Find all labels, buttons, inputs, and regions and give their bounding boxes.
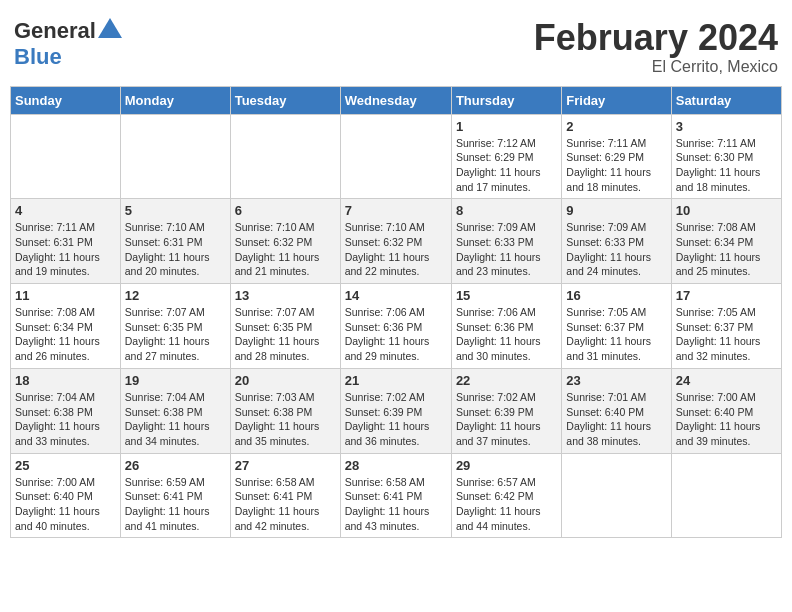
page-header: General Blue February 2024 El Cerrito, M… <box>10 10 782 80</box>
day-info: Sunrise: 7:11 AMSunset: 6:31 PMDaylight:… <box>15 220 116 279</box>
day-number: 19 <box>125 373 226 388</box>
calendar-cell: 5Sunrise: 7:10 AMSunset: 6:31 PMDaylight… <box>120 199 230 284</box>
day-number: 2 <box>566 119 666 134</box>
calendar-cell <box>562 453 671 538</box>
day-number: 22 <box>456 373 557 388</box>
calendar-cell: 2Sunrise: 7:11 AMSunset: 6:29 PMDaylight… <box>562 114 671 199</box>
day-number: 23 <box>566 373 666 388</box>
calendar-cell: 8Sunrise: 7:09 AMSunset: 6:33 PMDaylight… <box>451 199 561 284</box>
calendar-cell <box>11 114 121 199</box>
location-subtitle: El Cerrito, Mexico <box>534 58 778 76</box>
calendar-cell: 3Sunrise: 7:11 AMSunset: 6:30 PMDaylight… <box>671 114 781 199</box>
day-info: Sunrise: 6:58 AMSunset: 6:41 PMDaylight:… <box>345 475 447 534</box>
day-info: Sunrise: 7:06 AMSunset: 6:36 PMDaylight:… <box>456 305 557 364</box>
weekday-header: Monday <box>120 86 230 114</box>
day-info: Sunrise: 6:57 AMSunset: 6:42 PMDaylight:… <box>456 475 557 534</box>
day-number: 8 <box>456 203 557 218</box>
day-info: Sunrise: 7:01 AMSunset: 6:40 PMDaylight:… <box>566 390 666 449</box>
month-year-title: February 2024 <box>534 18 778 58</box>
calendar-cell: 20Sunrise: 7:03 AMSunset: 6:38 PMDayligh… <box>230 368 340 453</box>
logo-text: General Blue <box>14 18 122 70</box>
calendar-cell: 24Sunrise: 7:00 AMSunset: 6:40 PMDayligh… <box>671 368 781 453</box>
day-info: Sunrise: 7:04 AMSunset: 6:38 PMDaylight:… <box>125 390 226 449</box>
day-number: 11 <box>15 288 116 303</box>
day-number: 25 <box>15 458 116 473</box>
day-number: 26 <box>125 458 226 473</box>
day-info: Sunrise: 7:08 AMSunset: 6:34 PMDaylight:… <box>676 220 777 279</box>
logo-blue: Blue <box>14 44 62 69</box>
calendar-cell: 23Sunrise: 7:01 AMSunset: 6:40 PMDayligh… <box>562 368 671 453</box>
day-number: 14 <box>345 288 447 303</box>
calendar-week-row: 1Sunrise: 7:12 AMSunset: 6:29 PMDaylight… <box>11 114 782 199</box>
calendar-cell <box>120 114 230 199</box>
day-info: Sunrise: 7:00 AMSunset: 6:40 PMDaylight:… <box>15 475 116 534</box>
day-number: 5 <box>125 203 226 218</box>
calendar-week-row: 18Sunrise: 7:04 AMSunset: 6:38 PMDayligh… <box>11 368 782 453</box>
calendar-table: SundayMondayTuesdayWednesdayThursdayFrid… <box>10 86 782 539</box>
day-info: Sunrise: 7:11 AMSunset: 6:30 PMDaylight:… <box>676 136 777 195</box>
calendar-cell <box>340 114 451 199</box>
day-number: 18 <box>15 373 116 388</box>
calendar-week-row: 11Sunrise: 7:08 AMSunset: 6:34 PMDayligh… <box>11 284 782 369</box>
day-info: Sunrise: 7:00 AMSunset: 6:40 PMDaylight:… <box>676 390 777 449</box>
day-number: 28 <box>345 458 447 473</box>
day-info: Sunrise: 7:10 AMSunset: 6:32 PMDaylight:… <box>345 220 447 279</box>
day-info: Sunrise: 7:05 AMSunset: 6:37 PMDaylight:… <box>566 305 666 364</box>
calendar-week-row: 4Sunrise: 7:11 AMSunset: 6:31 PMDaylight… <box>11 199 782 284</box>
day-info: Sunrise: 7:12 AMSunset: 6:29 PMDaylight:… <box>456 136 557 195</box>
calendar-cell: 11Sunrise: 7:08 AMSunset: 6:34 PMDayligh… <box>11 284 121 369</box>
day-number: 1 <box>456 119 557 134</box>
day-info: Sunrise: 6:58 AMSunset: 6:41 PMDaylight:… <box>235 475 336 534</box>
calendar-cell: 10Sunrise: 7:08 AMSunset: 6:34 PMDayligh… <box>671 199 781 284</box>
calendar-cell: 26Sunrise: 6:59 AMSunset: 6:41 PMDayligh… <box>120 453 230 538</box>
day-number: 21 <box>345 373 447 388</box>
weekday-header: Saturday <box>671 86 781 114</box>
day-number: 4 <box>15 203 116 218</box>
calendar-cell <box>671 453 781 538</box>
day-info: Sunrise: 7:09 AMSunset: 6:33 PMDaylight:… <box>456 220 557 279</box>
day-number: 15 <box>456 288 557 303</box>
day-number: 13 <box>235 288 336 303</box>
day-info: Sunrise: 7:04 AMSunset: 6:38 PMDaylight:… <box>15 390 116 449</box>
calendar-cell: 1Sunrise: 7:12 AMSunset: 6:29 PMDaylight… <box>451 114 561 199</box>
calendar-cell: 18Sunrise: 7:04 AMSunset: 6:38 PMDayligh… <box>11 368 121 453</box>
day-number: 12 <box>125 288 226 303</box>
calendar-cell: 21Sunrise: 7:02 AMSunset: 6:39 PMDayligh… <box>340 368 451 453</box>
calendar-cell: 28Sunrise: 6:58 AMSunset: 6:41 PMDayligh… <box>340 453 451 538</box>
logo-general: General <box>14 18 96 43</box>
day-number: 10 <box>676 203 777 218</box>
calendar-week-row: 25Sunrise: 7:00 AMSunset: 6:40 PMDayligh… <box>11 453 782 538</box>
day-number: 16 <box>566 288 666 303</box>
logo: General Blue <box>14 18 122 70</box>
day-number: 27 <box>235 458 336 473</box>
day-number: 20 <box>235 373 336 388</box>
calendar-cell: 17Sunrise: 7:05 AMSunset: 6:37 PMDayligh… <box>671 284 781 369</box>
calendar-cell: 13Sunrise: 7:07 AMSunset: 6:35 PMDayligh… <box>230 284 340 369</box>
day-info: Sunrise: 7:08 AMSunset: 6:34 PMDaylight:… <box>15 305 116 364</box>
day-info: Sunrise: 7:06 AMSunset: 6:36 PMDaylight:… <box>345 305 447 364</box>
day-info: Sunrise: 7:03 AMSunset: 6:38 PMDaylight:… <box>235 390 336 449</box>
weekday-header: Friday <box>562 86 671 114</box>
calendar-cell: 6Sunrise: 7:10 AMSunset: 6:32 PMDaylight… <box>230 199 340 284</box>
weekday-header: Thursday <box>451 86 561 114</box>
calendar-cell: 4Sunrise: 7:11 AMSunset: 6:31 PMDaylight… <box>11 199 121 284</box>
day-number: 9 <box>566 203 666 218</box>
day-info: Sunrise: 7:11 AMSunset: 6:29 PMDaylight:… <box>566 136 666 195</box>
calendar-cell: 29Sunrise: 6:57 AMSunset: 6:42 PMDayligh… <box>451 453 561 538</box>
calendar-cell: 12Sunrise: 7:07 AMSunset: 6:35 PMDayligh… <box>120 284 230 369</box>
svg-marker-0 <box>98 18 122 38</box>
calendar-cell: 9Sunrise: 7:09 AMSunset: 6:33 PMDaylight… <box>562 199 671 284</box>
day-number: 29 <box>456 458 557 473</box>
day-number: 24 <box>676 373 777 388</box>
weekday-header: Tuesday <box>230 86 340 114</box>
calendar-cell: 22Sunrise: 7:02 AMSunset: 6:39 PMDayligh… <box>451 368 561 453</box>
logo-icon <box>98 18 122 38</box>
day-number: 3 <box>676 119 777 134</box>
day-info: Sunrise: 7:07 AMSunset: 6:35 PMDaylight:… <box>125 305 226 364</box>
day-number: 7 <box>345 203 447 218</box>
day-info: Sunrise: 7:10 AMSunset: 6:31 PMDaylight:… <box>125 220 226 279</box>
calendar-cell: 15Sunrise: 7:06 AMSunset: 6:36 PMDayligh… <box>451 284 561 369</box>
day-info: Sunrise: 7:02 AMSunset: 6:39 PMDaylight:… <box>456 390 557 449</box>
calendar-cell: 27Sunrise: 6:58 AMSunset: 6:41 PMDayligh… <box>230 453 340 538</box>
weekday-header-row: SundayMondayTuesdayWednesdayThursdayFrid… <box>11 86 782 114</box>
